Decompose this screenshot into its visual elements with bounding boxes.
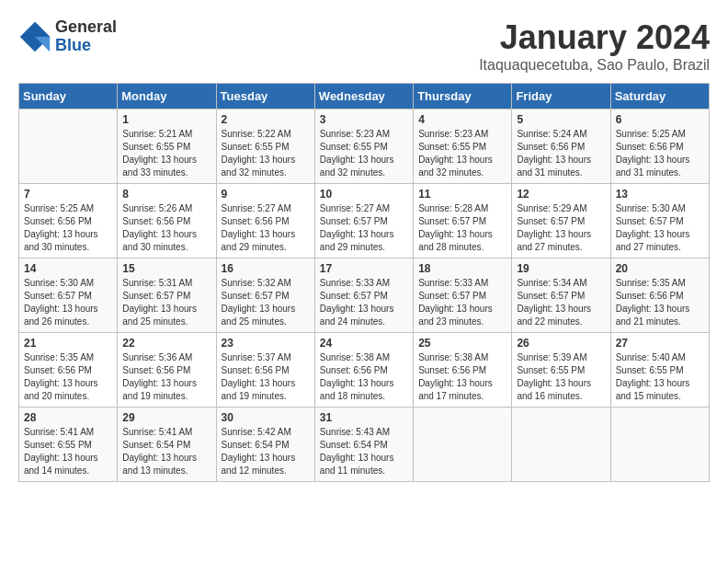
weekday-header-wednesday: Wednesday: [314, 84, 413, 109]
calendar-cell: 24Sunrise: 5:38 AM Sunset: 6:56 PM Dayli…: [314, 333, 413, 408]
day-number: 6: [616, 113, 704, 126]
logo: General Blue: [18, 18, 117, 55]
day-number: 2: [222, 113, 310, 126]
calendar-cell: 20Sunrise: 5:35 AM Sunset: 6:56 PM Dayli…: [610, 259, 709, 333]
day-number: 28: [24, 411, 112, 424]
day-number: 17: [320, 262, 408, 275]
day-info: Sunrise: 5:40 AM Sunset: 6:55 PM Dayligh…: [616, 351, 704, 403]
day-number: 24: [320, 337, 408, 350]
day-info: Sunrise: 5:24 AM Sunset: 6:56 PM Dayligh…: [517, 128, 605, 179]
calendar-cell: 31Sunrise: 5:43 AM Sunset: 6:54 PM Dayli…: [314, 408, 413, 482]
day-info: Sunrise: 5:38 AM Sunset: 6:56 PM Dayligh…: [418, 351, 506, 403]
calendar-cell: 16Sunrise: 5:32 AM Sunset: 6:57 PM Dayli…: [216, 259, 314, 333]
calendar-cell: 23Sunrise: 5:37 AM Sunset: 6:56 PM Dayli…: [216, 333, 314, 408]
weekday-header-tuesday: Tuesday: [216, 84, 314, 109]
calendar-cell: 25Sunrise: 5:38 AM Sunset: 6:56 PM Dayli…: [414, 333, 512, 408]
logo-icon: [18, 20, 51, 53]
calendar-cell: 11Sunrise: 5:28 AM Sunset: 6:57 PM Dayli…: [414, 184, 512, 259]
calendar-cell: 19Sunrise: 5:34 AM Sunset: 6:57 PM Dayli…: [512, 259, 610, 333]
week-row-2: 14Sunrise: 5:30 AM Sunset: 6:57 PM Dayli…: [19, 259, 710, 333]
day-number: 12: [517, 188, 605, 201]
day-info: Sunrise: 5:34 AM Sunset: 6:57 PM Dayligh…: [517, 277, 605, 328]
calendar-cell: 27Sunrise: 5:40 AM Sunset: 6:55 PM Dayli…: [610, 333, 709, 408]
logo-text: General Blue: [55, 18, 117, 55]
day-info: Sunrise: 5:28 AM Sunset: 6:57 PM Dayligh…: [418, 202, 506, 254]
day-info: Sunrise: 5:21 AM Sunset: 6:55 PM Dayligh…: [122, 128, 210, 179]
day-number: 20: [616, 262, 704, 275]
day-info: Sunrise: 5:30 AM Sunset: 6:57 PM Dayligh…: [24, 277, 112, 328]
day-number: 15: [122, 262, 210, 275]
day-number: 22: [122, 337, 210, 350]
day-info: Sunrise: 5:25 AM Sunset: 6:56 PM Dayligh…: [616, 128, 704, 179]
day-info: Sunrise: 5:27 AM Sunset: 6:57 PM Dayligh…: [320, 202, 408, 254]
calendar-cell: 2Sunrise: 5:22 AM Sunset: 6:55 PM Daylig…: [216, 109, 314, 184]
day-number: 19: [517, 262, 605, 275]
day-info: Sunrise: 5:25 AM Sunset: 6:56 PM Dayligh…: [24, 202, 112, 254]
day-number: 27: [616, 337, 704, 350]
svg-marker-1: [35, 22, 50, 37]
day-number: 29: [122, 411, 210, 424]
day-number: 23: [222, 337, 310, 350]
calendar-cell: 5Sunrise: 5:24 AM Sunset: 6:56 PM Daylig…: [512, 109, 610, 184]
calendar-cell: 30Sunrise: 5:42 AM Sunset: 6:54 PM Dayli…: [216, 408, 314, 482]
day-number: 21: [24, 337, 112, 350]
day-number: 26: [517, 337, 605, 350]
day-info: Sunrise: 5:39 AM Sunset: 6:55 PM Dayligh…: [517, 351, 605, 403]
day-number: 30: [222, 411, 310, 424]
day-number: 25: [418, 337, 506, 350]
calendar-cell: 17Sunrise: 5:33 AM Sunset: 6:57 PM Dayli…: [314, 259, 413, 333]
day-info: Sunrise: 5:30 AM Sunset: 6:57 PM Dayligh…: [616, 202, 704, 254]
day-info: Sunrise: 5:29 AM Sunset: 6:57 PM Dayligh…: [517, 202, 605, 254]
calendar-cell: 14Sunrise: 5:30 AM Sunset: 6:57 PM Dayli…: [19, 259, 118, 333]
calendar-cell: 12Sunrise: 5:29 AM Sunset: 6:57 PM Dayli…: [512, 184, 610, 259]
day-info: Sunrise: 5:26 AM Sunset: 6:56 PM Dayligh…: [122, 202, 210, 254]
logo-blue: Blue: [55, 37, 117, 55]
day-info: Sunrise: 5:22 AM Sunset: 6:55 PM Dayligh…: [222, 128, 310, 179]
weekday-header-saturday: Saturday: [610, 84, 709, 109]
weekday-header-sunday: Sunday: [19, 84, 118, 109]
calendar-cell: 22Sunrise: 5:36 AM Sunset: 6:56 PM Dayli…: [118, 333, 216, 408]
day-info: Sunrise: 5:31 AM Sunset: 6:57 PM Dayligh…: [122, 277, 210, 328]
day-number: 10: [320, 188, 408, 201]
day-info: Sunrise: 5:36 AM Sunset: 6:56 PM Dayligh…: [122, 351, 210, 403]
day-number: 11: [418, 188, 506, 201]
day-info: Sunrise: 5:23 AM Sunset: 6:55 PM Dayligh…: [418, 128, 506, 179]
weekday-header-row: SundayMondayTuesdayWednesdayThursdayFrid…: [19, 84, 710, 109]
week-row-1: 7Sunrise: 5:25 AM Sunset: 6:56 PM Daylig…: [19, 184, 710, 259]
month-title: January 2024: [479, 18, 710, 57]
calendar-cell: 21Sunrise: 5:35 AM Sunset: 6:56 PM Dayli…: [19, 333, 118, 408]
day-number: 8: [122, 188, 210, 201]
calendar-cell: 9Sunrise: 5:27 AM Sunset: 6:56 PM Daylig…: [216, 184, 314, 259]
day-number: 16: [222, 262, 310, 275]
calendar-cell: 28Sunrise: 5:41 AM Sunset: 6:55 PM Dayli…: [19, 408, 118, 482]
day-info: Sunrise: 5:33 AM Sunset: 6:57 PM Dayligh…: [320, 277, 408, 328]
calendar-cell: 1Sunrise: 5:21 AM Sunset: 6:55 PM Daylig…: [118, 109, 216, 184]
calendar-cell: [512, 408, 610, 482]
calendar-cell: 4Sunrise: 5:23 AM Sunset: 6:55 PM Daylig…: [414, 109, 512, 184]
day-number: 1: [122, 113, 210, 126]
calendar-cell: [19, 109, 118, 184]
day-number: 7: [24, 188, 112, 201]
calendar-cell: 10Sunrise: 5:27 AM Sunset: 6:57 PM Dayli…: [314, 184, 413, 259]
calendar-cell: 6Sunrise: 5:25 AM Sunset: 6:56 PM Daylig…: [610, 109, 709, 184]
calendar-cell: 7Sunrise: 5:25 AM Sunset: 6:56 PM Daylig…: [19, 184, 118, 259]
day-info: Sunrise: 5:33 AM Sunset: 6:57 PM Dayligh…: [418, 277, 506, 328]
logo-general: General: [55, 18, 117, 37]
day-info: Sunrise: 5:41 AM Sunset: 6:55 PM Dayligh…: [24, 426, 112, 477]
day-number: 13: [616, 188, 704, 201]
calendar-cell: 8Sunrise: 5:26 AM Sunset: 6:56 PM Daylig…: [118, 184, 216, 259]
calendar-cell: 13Sunrise: 5:30 AM Sunset: 6:57 PM Dayli…: [610, 184, 709, 259]
calendar-cell: [610, 408, 709, 482]
calendar-cell: 29Sunrise: 5:41 AM Sunset: 6:54 PM Dayli…: [118, 408, 216, 482]
calendar-cell: 3Sunrise: 5:23 AM Sunset: 6:55 PM Daylig…: [314, 109, 413, 184]
calendar-cell: 15Sunrise: 5:31 AM Sunset: 6:57 PM Dayli…: [118, 259, 216, 333]
weekday-header-thursday: Thursday: [414, 84, 512, 109]
day-number: 9: [222, 188, 310, 201]
day-info: Sunrise: 5:23 AM Sunset: 6:55 PM Dayligh…: [320, 128, 408, 179]
day-info: Sunrise: 5:35 AM Sunset: 6:56 PM Dayligh…: [24, 351, 112, 403]
calendar-cell: 18Sunrise: 5:33 AM Sunset: 6:57 PM Dayli…: [414, 259, 512, 333]
day-info: Sunrise: 5:41 AM Sunset: 6:54 PM Dayligh…: [122, 426, 210, 477]
week-row-4: 28Sunrise: 5:41 AM Sunset: 6:55 PM Dayli…: [19, 408, 710, 482]
day-info: Sunrise: 5:27 AM Sunset: 6:56 PM Dayligh…: [222, 202, 310, 254]
title-block: January 2024 Itaquaquecetuba, Sao Paulo,…: [479, 18, 710, 74]
